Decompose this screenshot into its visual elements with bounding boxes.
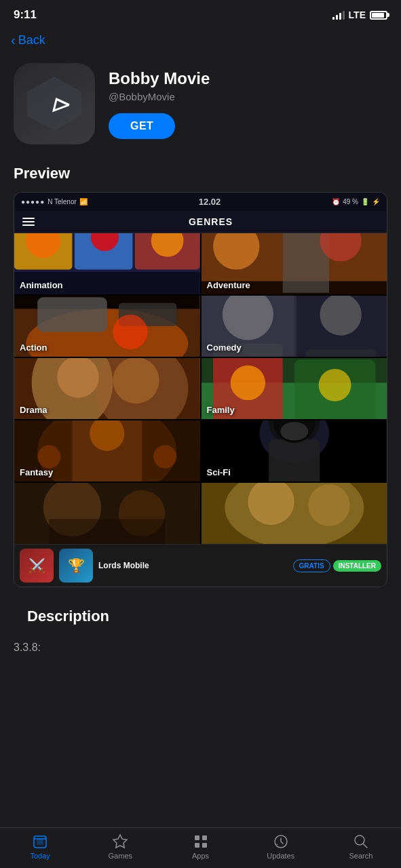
genre-label-adventure: Adventure [207, 280, 250, 290]
hamburger-line-1 [22, 218, 35, 219]
phone-wifi-icon: 📶 [79, 198, 88, 205]
svg-text:⊳: ⊳ [50, 90, 70, 118]
genre-cell-family: Family [202, 358, 387, 419]
app-info: Bobby Movie @BobbyMovie GET [109, 69, 387, 139]
app-icon-inner: ⊳ [14, 63, 95, 144]
svg-point-53 [280, 422, 308, 440]
ad-gratis-button[interactable]: GRATIS [293, 559, 330, 572]
svg-point-46 [153, 445, 176, 468]
ad-banner: ⚔️ 🏆 Lords Mobile GRATIS INSTALLER [14, 544, 387, 587]
games-icon [112, 833, 128, 850]
phone-status-bar: ●●●●● N Telenor 📶 12.02 ⏰ 49 % 🔋 ⚡ [14, 193, 387, 211]
phone-screenshot: ●●●●● N Telenor 📶 12.02 ⏰ 49 % 🔋 ⚡ GENRE… [14, 192, 387, 587]
genre-cell-fantasy: Fantasy [14, 420, 200, 481]
tab-apps[interactable]: Apps [160, 833, 240, 860]
signal-bars [332, 10, 345, 20]
svg-rect-70 [202, 843, 207, 848]
svg-rect-50 [269, 439, 320, 481]
svg-point-33 [113, 358, 159, 403]
ad-icon-2: 🏆 [59, 549, 93, 583]
hamburger-line-3 [22, 224, 35, 226]
description-version: 3.3.8: [14, 642, 387, 654]
tab-games-label: Games [109, 852, 132, 860]
phone-battery-text: 49 % [343, 198, 358, 205]
genre-label-animation: Animation [20, 280, 63, 290]
updates-icon [273, 833, 289, 850]
genre-label-scifi: Sci-Fi [207, 467, 231, 477]
svg-rect-67 [195, 835, 199, 840]
genre-cell-adventure: Adventure [202, 233, 387, 294]
svg-line-73 [363, 844, 367, 848]
back-navigation: ‹ Back [0, 27, 401, 56]
svg-rect-18 [37, 297, 107, 332]
phone-time: 12.02 [199, 197, 221, 207]
genre-cell-comedy: Comedy [202, 296, 387, 357]
genre-label-family: Family [207, 405, 235, 415]
ad-buttons: GRATIS INSTALLER [293, 559, 381, 572]
lte-label: LTE [349, 9, 366, 20]
ad-text-group: Lords Mobile [98, 561, 288, 570]
svg-rect-27 [305, 349, 375, 357]
svg-point-63 [308, 484, 350, 526]
signal-bar-1 [332, 17, 335, 20]
tab-updates-label: Updates [267, 852, 294, 860]
genre-label-comedy: Comedy [207, 342, 242, 353]
svg-rect-69 [195, 843, 199, 848]
svg-rect-65 [37, 839, 43, 845]
svg-point-32 [57, 358, 99, 398]
phone-nav-bar: GENRES [14, 211, 387, 233]
app-handle: @BobbyMovie [109, 91, 387, 102]
svg-point-25 [320, 296, 362, 336]
phone-status-left: ●●●●● N Telenor 📶 [21, 198, 88, 205]
tab-today[interactable]: Today [0, 833, 80, 860]
ad-installer-button[interactable]: INSTALLER [333, 560, 381, 572]
get-button[interactable]: GET [109, 113, 175, 139]
app-name: Bobby Movie [109, 69, 387, 88]
genre-cell-row8a [14, 483, 200, 544]
svg-rect-58 [49, 519, 165, 544]
phone-dots: ●●●●● [21, 198, 45, 205]
tab-search-label: Search [349, 852, 373, 860]
apps-icon [193, 833, 209, 850]
today-icon [32, 833, 48, 850]
genre-grid: Animation Adventure [14, 233, 387, 544]
back-chevron-icon: ‹ [11, 33, 16, 48]
tab-bar: Today Games Apps Updates Search [0, 827, 401, 868]
ad-title: Lords Mobile [98, 561, 288, 570]
phone-battery-icon: 🔋 [361, 198, 369, 205]
genre-cell-animation: Animation [14, 233, 200, 294]
app-icon-svg: ⊳ [24, 73, 85, 134]
battery-icon [370, 11, 387, 20]
phone-alarm-icon: ⏰ [332, 198, 340, 205]
genre-cell-scifi: Sci-Fi [202, 420, 387, 481]
search-icon [353, 833, 369, 850]
app-icon: ⊳ [14, 63, 95, 144]
genre-label-fantasy: Fantasy [20, 467, 53, 477]
genre-cell-action: Action [14, 296, 200, 357]
hamburger-line-2 [22, 221, 35, 222]
svg-point-45 [37, 445, 60, 468]
description-section: Description 3.3.8: [0, 608, 401, 654]
genre-cell-drama: Drama [14, 358, 200, 419]
signal-bar-3 [339, 13, 341, 20]
tab-games[interactable]: Games [80, 833, 160, 860]
genre-label-drama: Drama [20, 405, 47, 415]
tab-apps-label: Apps [192, 852, 209, 860]
status-time: 9:11 [14, 8, 37, 22]
tab-search[interactable]: Search [321, 833, 401, 860]
phone-charge-icon: ⚡ [372, 198, 380, 205]
back-button[interactable]: ‹ Back [11, 33, 45, 48]
phone-status-right: ⏰ 49 % 🔋 ⚡ [332, 198, 380, 205]
status-bar: 9:11 LTE [0, 0, 401, 27]
tab-updates[interactable]: Updates [241, 833, 321, 860]
svg-point-72 [355, 835, 364, 845]
description-title: Description [14, 608, 387, 635]
tab-today-label: Today [30, 852, 50, 860]
signal-bar-2 [336, 15, 338, 20]
back-label: Back [18, 33, 45, 47]
svg-point-20 [113, 315, 147, 349]
genre-label-action: Action [20, 342, 47, 353]
status-right: LTE [332, 9, 387, 20]
genre-art-row8b [202, 483, 387, 544]
genre-art-row8a [14, 483, 200, 544]
